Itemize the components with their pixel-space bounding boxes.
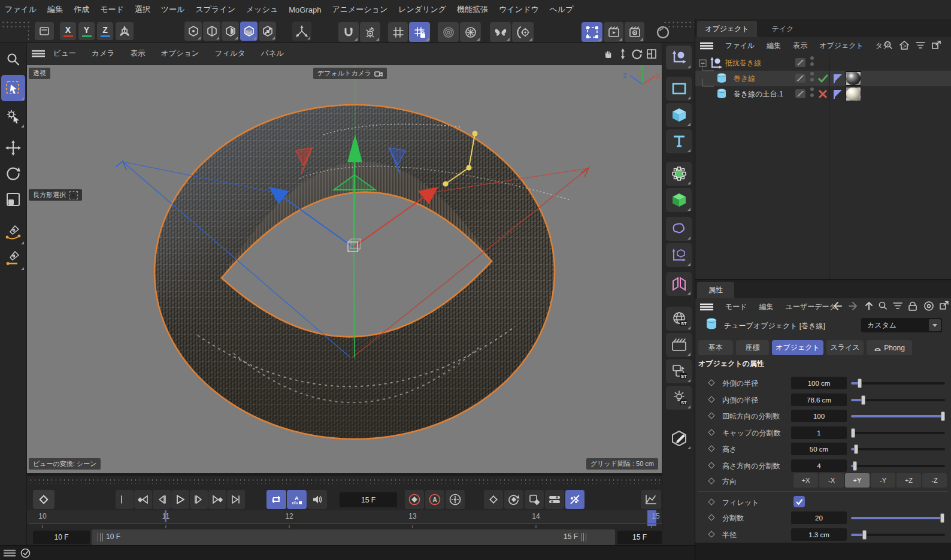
attr-value[interactable]: 1.3 cm — [791, 528, 847, 541]
toolbar-grip3[interactable] — [663, 20, 694, 29]
attr-slider[interactable] — [851, 382, 945, 385]
key-icon[interactable] — [708, 531, 714, 537]
attr-slider[interactable] — [851, 448, 945, 450]
menu-file[interactable]: ファイル — [5, 4, 37, 15]
tree-row-base[interactable]: 巻き線の土台.1 — [695, 86, 951, 102]
tube-object[interactable] — [155, 105, 569, 439]
render-active-view-button[interactable] — [604, 22, 623, 42]
tab-takes[interactable]: テイク — [759, 21, 807, 37]
tab-coords[interactable]: 座標 — [736, 340, 769, 355]
visibility-dot-bottom[interactable] — [810, 62, 814, 66]
dropdown-arrow[interactable] — [929, 319, 941, 331]
menu-mesh[interactable]: メッシュ — [246, 4, 278, 15]
lock-z-button[interactable]: Z — [97, 22, 113, 40]
range-handle-left[interactable] — [98, 533, 103, 541]
next-key-button[interactable] — [208, 490, 226, 509]
rotate-tool[interactable] — [1, 161, 25, 186]
record-keyframe-button[interactable] — [405, 490, 424, 509]
zoom-view-icon[interactable] — [617, 49, 628, 59]
attr-value[interactable]: 1 — [791, 426, 847, 439]
status-menu-icon[interactable] — [4, 549, 16, 557]
tab-objects[interactable]: オブジェクト — [697, 21, 757, 37]
scale-tool[interactable] — [1, 187, 25, 212]
key-pla-button[interactable] — [565, 490, 584, 509]
menu-tools[interactable]: ツール — [161, 4, 185, 15]
attr-slider[interactable] — [851, 534, 945, 536]
pan-view-icon[interactable] — [603, 49, 614, 59]
tab-object[interactable]: オブジェクト — [772, 340, 823, 355]
attr-value[interactable]: 20 — [791, 511, 847, 524]
visibility-dot-bottom[interactable] — [810, 78, 814, 81]
keyframe-diamond-button[interactable] — [33, 490, 54, 509]
tool-settings-button[interactable] — [512, 22, 534, 42]
am-hamburger-icon[interactable] — [700, 303, 713, 311]
om-menu-file[interactable]: ファイル — [725, 41, 755, 51]
am-menu-userdata[interactable]: ユーザーデータ — [786, 302, 837, 312]
edit-toggle-icon[interactable] — [795, 74, 805, 83]
attr-slider[interactable] — [851, 465, 945, 467]
attr-value[interactable]: 100 cm — [791, 377, 847, 389]
autokey-button[interactable]: A — [425, 490, 444, 509]
vp-menu-panel[interactable]: パネル — [261, 49, 284, 59]
add-light-button[interactable]: ST — [666, 386, 692, 410]
timeline-ruler[interactable]: 10 11 12 13 14 15 — [27, 510, 662, 523]
enabled-check-icon[interactable] — [817, 73, 829, 84]
vp-menu-display[interactable]: 表示 — [130, 49, 145, 59]
add-deformer-button[interactable] — [666, 188, 692, 212]
polygon-mode-button[interactable] — [222, 22, 239, 41]
toolbar-grip[interactable] — [1, 20, 26, 28]
goto-start-button[interactable] — [116, 490, 134, 509]
next-frame-button[interactable] — [190, 490, 208, 509]
add-cube-button[interactable] — [666, 103, 692, 127]
lock-x-button[interactable]: X — [60, 22, 76, 40]
add-spline-rectangle-button[interactable] — [666, 77, 692, 101]
add-render-node-button[interactable]: ST — [666, 359, 692, 383]
menu-window[interactable]: ウインドウ — [499, 4, 539, 15]
key-scale-button[interactable] — [525, 490, 544, 509]
menu-animation[interactable]: アニメーション — [332, 4, 387, 15]
viewport-canvas[interactable]: 透視 デフォルトカメラ 長方形選択 ビューの変換: シーン グリッド間隔 : 5… — [27, 65, 662, 473]
object-name[interactable]: 巻き線 — [734, 74, 755, 84]
material-thumbnail[interactable] — [846, 71, 861, 86]
key-position-button[interactable] — [484, 490, 503, 509]
am-menu-edit[interactable]: 編集 — [759, 302, 774, 312]
attr-value[interactable]: 78.6 cm — [791, 393, 847, 406]
add-symmetry-button[interactable] — [666, 272, 692, 296]
dir-minus-y[interactable]: -Y — [871, 473, 895, 488]
move-tool[interactable] — [1, 135, 25, 161]
prev-key-button[interactable] — [134, 490, 152, 509]
add-volume-button[interactable] — [666, 217, 692, 241]
attr-slider[interactable] — [851, 415, 945, 417]
dir-plus-z[interactable]: +Z — [897, 473, 921, 488]
key-icon[interactable] — [708, 445, 714, 452]
search-tool-button[interactable] — [1, 48, 25, 71]
undo-button[interactable] — [35, 22, 54, 40]
grid-lock-button[interactable] — [409, 22, 430, 42]
grid-button[interactable] — [388, 22, 408, 42]
material-thumbnail[interactable] — [846, 87, 861, 101]
sound-button[interactable] — [307, 490, 327, 509]
attr-slider[interactable] — [851, 432, 945, 434]
rotate-view-icon[interactable] — [632, 49, 643, 59]
key-rotation-button[interactable] — [504, 490, 523, 509]
attr-value[interactable]: 4 — [791, 459, 847, 472]
render-settings-button[interactable] — [460, 22, 481, 42]
object-mode-button[interactable] — [259, 22, 276, 41]
live-select-tool[interactable] — [1, 104, 25, 129]
render-view-button[interactable] — [438, 22, 459, 42]
prev-frame-button[interactable] — [153, 490, 171, 509]
tab-slice[interactable]: スライス — [826, 340, 864, 355]
key-parameter-button[interactable] — [545, 490, 564, 509]
view-type-label[interactable]: 透視 — [29, 68, 50, 79]
camera-label[interactable]: デフォルトカメラ — [313, 68, 387, 79]
points-mode-button[interactable] — [184, 22, 202, 41]
add-instance-button[interactable] — [666, 243, 692, 267]
edit-toggle-icon[interactable] — [795, 89, 805, 98]
menu-spline[interactable]: スプライン — [195, 4, 235, 15]
dir-plus-x[interactable]: +X — [793, 473, 818, 488]
menu-select[interactable]: 選択 — [135, 4, 150, 15]
tab-phong[interactable]: Phong — [867, 340, 912, 355]
dir-plus-y[interactable]: +Y — [845, 473, 870, 488]
key-icon[interactable] — [708, 429, 714, 435]
key-icon[interactable] — [708, 462, 714, 468]
